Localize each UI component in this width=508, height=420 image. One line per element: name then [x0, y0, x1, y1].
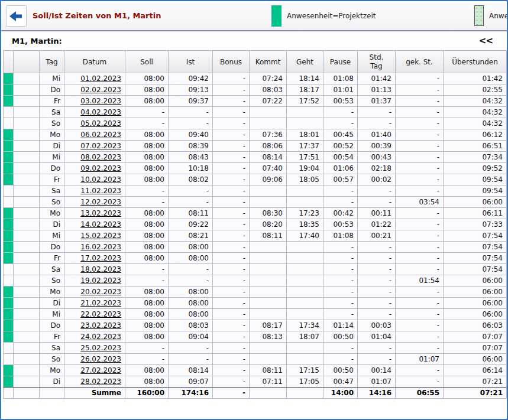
date-link[interactable]: 23.02.2023	[80, 321, 121, 330]
spacer-cell	[14, 365, 40, 376]
bonus-cell: -	[213, 253, 250, 264]
pause-cell: 00:57	[323, 174, 358, 185]
pause-cell: -	[323, 242, 358, 253]
date-link[interactable]: 09.02.2023	[80, 164, 121, 172]
ist-cell: 09:07	[169, 376, 213, 388]
gek-st-cell: -	[396, 84, 444, 96]
timesheet-row: Mi01.02.202308:0009:42-07:2418:1401:0801…	[4, 73, 507, 84]
kommt-cell: 08:11	[250, 230, 287, 242]
presence-marker-cell	[4, 286, 14, 298]
bonus-cell: -	[213, 73, 250, 84]
soll-cell: 08:00	[125, 73, 169, 84]
pause-cell: 00:42	[323, 208, 358, 219]
back-button[interactable]	[6, 5, 27, 27]
std-tag-cell: 01:37	[358, 96, 396, 107]
pause-cell: -	[323, 275, 358, 286]
geht-cell	[287, 354, 323, 365]
ist-cell: -	[169, 354, 213, 365]
date-cell: 21.02.2023	[64, 298, 125, 309]
kommt-total-cell	[250, 388, 287, 399]
presence-marker-cell	[4, 208, 14, 219]
geht-cell: 18:01	[287, 129, 323, 141]
col-header-geht: Geht	[287, 51, 323, 73]
date-link[interactable]: 20.02.2023	[80, 288, 121, 296]
geht-cell: 18:05	[287, 174, 323, 185]
presence-marker-cell	[4, 73, 14, 84]
date-link[interactable]: 07.02.2023	[80, 142, 121, 150]
spacer-cell	[14, 96, 40, 107]
collapse-toggle[interactable]: <<	[479, 35, 493, 46]
geht-cell	[287, 197, 323, 208]
date-link[interactable]: 16.02.2023	[80, 243, 121, 251]
sub-header: M1, Martin: <<	[1, 31, 507, 50]
timesheet-row: Do09.02.202308:0010:18-07:4019:0401:0602…	[4, 163, 507, 174]
geht-cell: 18:17	[287, 84, 323, 96]
bonus-cell: -	[213, 343, 250, 354]
date-link[interactable]: 02.02.2023	[80, 86, 121, 94]
weekday-cell: Mo	[40, 208, 64, 219]
date-link[interactable]: 12.02.2023	[80, 198, 121, 206]
weekday-cell: So	[40, 354, 64, 365]
date-link[interactable]: 10.02.2023	[80, 175, 121, 184]
timesheet-row: Di07.02.202308:0008:39-08:0617:3700:5200…	[4, 141, 507, 152]
bonus-cell: -	[213, 129, 250, 141]
geht-cell	[287, 298, 323, 309]
spacer-cell	[14, 264, 40, 275]
date-link[interactable]: 14.02.2023	[80, 220, 121, 229]
pause-cell: 01:14	[323, 320, 358, 331]
date-link[interactable]: 04.02.2023	[80, 108, 121, 116]
spacer-cell	[14, 230, 40, 242]
date-link[interactable]: 18.02.2023	[80, 265, 121, 274]
bonus-cell: -	[213, 141, 250, 152]
date-link[interactable]: 27.02.2023	[80, 366, 121, 375]
ueberstunden-cell: 07:54	[444, 253, 507, 264]
date-link[interactable]: 03.02.2023	[80, 97, 121, 105]
date-link[interactable]: 11.02.2023	[80, 187, 121, 195]
ueberstunden-cell: 06:11	[444, 208, 507, 219]
date-link[interactable]: 26.02.2023	[80, 355, 121, 363]
date-link[interactable]: 24.02.2023	[80, 333, 121, 341]
ist-cell: -	[169, 118, 213, 129]
std-tag-cell: 01:40	[358, 129, 396, 141]
date-link[interactable]: 13.02.2023	[80, 209, 121, 217]
date-link[interactable]: 22.02.2023	[80, 310, 121, 318]
gek-st-cell: -	[396, 286, 444, 298]
geht-cell: 17:51	[287, 152, 323, 163]
presence-marker-cell	[4, 343, 14, 354]
spacer-cell	[14, 331, 40, 343]
gek-st-cell: -	[396, 219, 444, 230]
timesheet-row: Di14.02.202308:0009:22-08:2018:3500:5301…	[4, 219, 507, 230]
date-link[interactable]: 21.02.2023	[80, 299, 121, 307]
date-link[interactable]: 28.02.2023	[80, 377, 121, 386]
gek-st-cell: -	[396, 174, 444, 185]
date-link[interactable]: 05.02.2023	[80, 119, 121, 128]
ist-cell: -	[169, 197, 213, 208]
timesheet-row: Sa25.02.2023------07:07	[4, 343, 507, 354]
date-link[interactable]: 15.02.2023	[80, 232, 121, 240]
date-link[interactable]: 01.02.2023	[80, 74, 121, 83]
date-link[interactable]: 19.02.2023	[80, 276, 121, 285]
std-tag-cell: -	[358, 197, 396, 208]
date-link[interactable]: 17.02.2023	[80, 254, 121, 262]
geht-cell: 17:15	[287, 365, 323, 376]
date-link[interactable]: 08.02.2023	[80, 153, 121, 161]
presence-marker-cell	[4, 152, 14, 163]
kommt-cell: 09:06	[250, 174, 287, 185]
date-link[interactable]: 25.02.2023	[80, 344, 121, 352]
gek-st-cell: -	[396, 320, 444, 331]
timesheet-row: So19.02.2023-----01:5406:00	[4, 275, 507, 286]
date-link[interactable]: 06.02.2023	[80, 131, 121, 139]
timesheet-row: Mi08.02.202308:0008:43-08:1417:5100:5400…	[4, 152, 507, 163]
date-cell: 16.02.2023	[64, 242, 125, 253]
pause-cell: 01:06	[323, 163, 358, 174]
presence-marker-cell	[4, 365, 14, 376]
soll-cell: -	[125, 118, 169, 129]
geht-cell	[287, 107, 323, 118]
ueberstunden-cell: 06:00	[444, 275, 507, 286]
bonus-cell: -	[213, 197, 250, 208]
timesheet-body: Mi01.02.202308:0009:42-07:2418:1401:0801…	[4, 73, 507, 399]
soll-cell: 08:00	[125, 96, 169, 107]
kommt-cell: 08:11	[250, 365, 287, 376]
soll-cell: 08:00	[125, 219, 169, 230]
presence-marker-cell	[4, 219, 14, 230]
